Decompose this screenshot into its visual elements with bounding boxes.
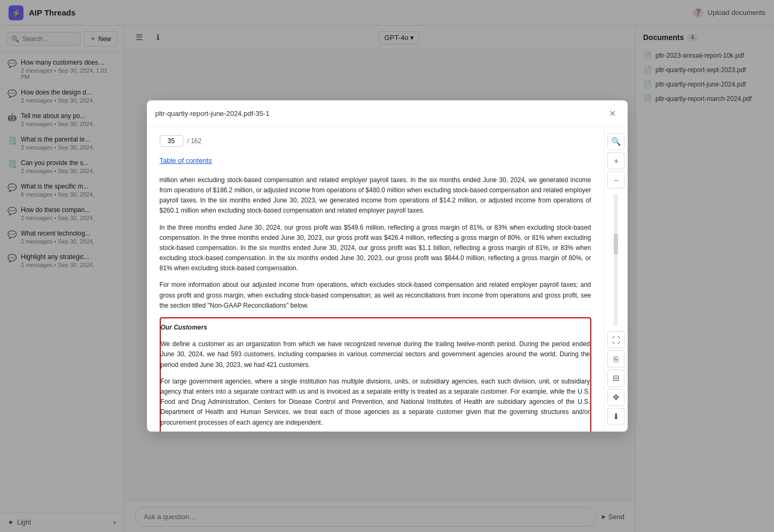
toc-link[interactable]: Table of contents <box>160 155 212 167</box>
pdf-paragraph: In the three months ended June 30, 2024,… <box>160 223 591 274</box>
pdf-fullscreen-button[interactable]: ⛶ <box>607 331 624 348</box>
highlighted-section: Our Customers We define a customer as an… <box>160 317 591 432</box>
pdf-viewer: / 162 Table of contents million when exc… <box>147 127 604 432</box>
pdf-scroll-thumb <box>614 233 618 255</box>
pdf-side-controls: 🔍 ＋ － ⛶ ⎘ ⊟ ✥ ⬇ <box>604 127 628 432</box>
modal-overlay[interactable]: pltr-quartly-report-june-2024.pdf-35-1 ✕… <box>0 0 774 532</box>
pdf-compare-button[interactable]: ⊟ <box>607 370 624 387</box>
highlighted-para-2: For large government agencies, where a s… <box>161 377 590 428</box>
pdf-zoom-out-button[interactable]: － <box>607 171 624 189</box>
page-total: / 162 <box>187 137 202 145</box>
pdf-copy-button[interactable]: ⎘ <box>607 350 624 367</box>
highlighted-para-1: We define a customer as an organization … <box>161 339 590 370</box>
pdf-zoom-in-button[interactable]: ＋ <box>607 152 624 169</box>
pdf-modal: pltr-quartly-report-june-2024.pdf-35-1 ✕… <box>147 100 628 432</box>
pdf-paragraph: million when excluding stock-based compe… <box>160 175 591 216</box>
modal-title: pltr-quartly-report-june-2024.pdf-35-1 <box>155 109 270 118</box>
pdf-move-button[interactable]: ✥ <box>607 389 624 406</box>
pdf-search-button[interactable]: 🔍 <box>607 133 624 150</box>
modal-body: / 162 Table of contents million when exc… <box>147 127 628 432</box>
modal-header: pltr-quartly-report-june-2024.pdf-35-1 ✕ <box>147 100 628 127</box>
pdf-download-button[interactable]: ⬇ <box>607 408 624 425</box>
pdf-scroll-track <box>614 194 618 326</box>
pdf-paragraph: For more information about our adjusted … <box>160 280 591 311</box>
modal-close-button[interactable]: ✕ <box>606 107 619 120</box>
section-heading: Our Customers <box>161 323 590 333</box>
pdf-toolbar: / 162 <box>160 135 591 147</box>
page-input[interactable] <box>160 135 183 147</box>
pdf-content: Table of contents million when excluding… <box>160 155 591 432</box>
